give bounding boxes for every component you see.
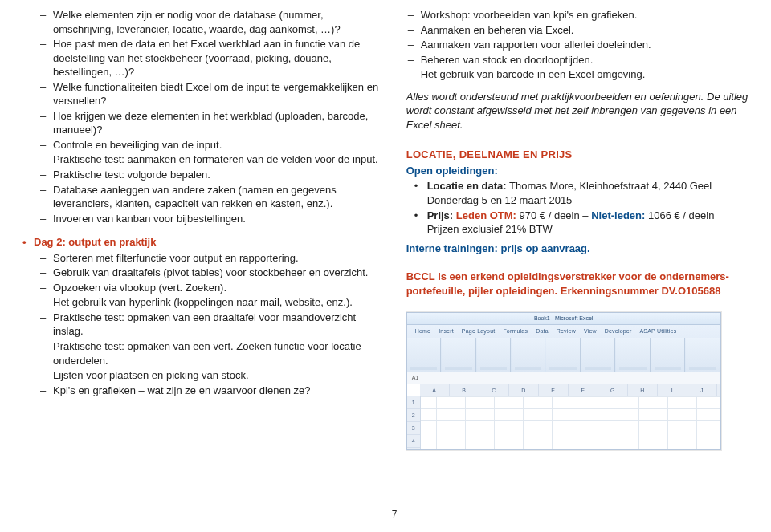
list-item: Praktische test: volgorde bepalen.	[53, 168, 382, 182]
locatie-value: Thomas More, Kleinhoefstraat 4, 2440 Gee…	[509, 180, 712, 192]
list-item: Het gebruik van hyperlink (koppelingen n…	[53, 295, 382, 310]
list-item: Kpi's en grafieken – wat zijn ze en waar…	[53, 384, 382, 398]
excel-screenshot: Book1 - Microsoft Excel Home Insert Page…	[406, 312, 721, 450]
section-subheading-open: Open opleidingen:	[406, 164, 749, 178]
bccl-note: BCCL is een erkend opleidingsverstrekker…	[406, 270, 749, 298]
list-item: Hoe krijgen we deze elementen in het wer…	[53, 109, 382, 137]
excel-tab: Formulas	[503, 325, 528, 338]
list-item: Aanmaken van rapporten voor allerlei doe…	[421, 38, 749, 52]
excel-row-headers: 123 456 7	[407, 396, 421, 450]
list-item: Praktische test: opmaken van een vert. Z…	[53, 339, 382, 368]
excel-tab: ASAP Utilities	[639, 325, 676, 338]
prijs-line: Prijs: Leden OTM: 970 € / deeln – Niet-l…	[427, 209, 749, 237]
excel-tab: Developer	[605, 325, 632, 338]
right-items: Workshop: voorbeelden van kpi's en grafi…	[406, 8, 749, 82]
locatie-line: Locatie en data: Thomas More, Kleinhoefs…	[427, 179, 749, 207]
excel-tab: Review	[557, 325, 576, 338]
list-item: Sorteren met filterfunctie voor output e…	[53, 251, 382, 266]
list-item: Het gebruik van barcode in een Excel omg…	[421, 67, 749, 82]
list-item: Welke elementen zijn er nodig voor de da…	[53, 8, 382, 36]
dag2-heading: Dag 2: output en praktijk	[34, 235, 382, 250]
prijs-nietleden-value: 1066 € / deeln	[648, 209, 714, 221]
excel-tab: Insert	[439, 325, 454, 338]
list-item: Controle en beveiliging van de input.	[53, 138, 382, 152]
locatie-label: Locatie en data:	[427, 180, 507, 192]
interne-trainingen: Interne trainingen: prijs op aanvraag.	[406, 242, 749, 256]
excel-tab: View	[584, 325, 597, 338]
excel-col-headers: ABC DEF GHI J	[420, 384, 720, 397]
prijs-leden-value: 970 € / deeln	[520, 209, 580, 221]
list-item: Workshop: voorbeelden van kpi's en grafi…	[421, 8, 749, 22]
section-heading-locatie: LOCATIE, DEELNAME EN PRIJS	[406, 148, 749, 162]
list-item: Beheren van stock en doorlooptijden.	[421, 53, 749, 67]
list-item: Praktische test: opmaken van een draaita…	[53, 311, 382, 339]
list-item: Aanmaken en beheren via Excel.	[421, 23, 749, 38]
support-paragraph: Alles wordt ondersteund met praktijkvoor…	[406, 90, 749, 132]
price-list: Locatie en data: Thomas More, Kleinhoefs…	[406, 179, 749, 236]
prijs-btw: Prijzen exclusief 21% BTW	[427, 223, 553, 235]
excel-grid: 123 456 7 you can drag this to the left …	[407, 396, 720, 450]
list-item: Database aanleggen van andere zaken (nam…	[53, 183, 382, 211]
list-item: Invoeren van kanban voor bijbestellingen…	[53, 212, 382, 226]
list-item: Praktische test: aanmaken en formateren …	[53, 152, 382, 167]
locatie-date: Donderdag 5 en 12 maart 2015	[427, 194, 573, 206]
list-item: Opzoeken via vlookup (vert. Zoeken).	[53, 281, 382, 295]
list-item: Gebruik van draaitafels (pivot tables) v…	[53, 266, 382, 280]
excel-title-bar: Book1 - Microsoft Excel	[407, 313, 720, 325]
prijs-nietleden-label: Niet-leden:	[591, 209, 645, 221]
prijs-leden-label: Leden OTM:	[456, 209, 516, 221]
list-item: Lijsten voor plaatsen en picking van sto…	[53, 368, 382, 383]
list-item: Hoe past men de data en het Excel werkbl…	[53, 37, 382, 79]
excel-tab: Page Layout	[462, 325, 496, 338]
list-item: Welke functionaliteiten biedt Excel om d…	[53, 80, 382, 108]
dag2-items: Sorteren met filterfunctie voor output e…	[22, 251, 382, 397]
excel-ribbon: Home Insert Page Layout Formulas Data Re…	[407, 325, 720, 372]
excel-tab: Home	[415, 325, 430, 338]
dag1-items: Welke elementen zijn er nodig voor de da…	[22, 8, 382, 225]
excel-formula-bar: A1	[407, 372, 720, 384]
excel-toolbar	[407, 338, 720, 372]
excel-menu-tabs: Home Insert Page Layout Formulas Data Re…	[407, 325, 720, 338]
prijs-label: Prijs:	[427, 209, 454, 221]
excel-tab: Data	[536, 325, 549, 338]
page-number: 7	[392, 508, 398, 521]
excel-name-box: A1	[412, 375, 419, 380]
